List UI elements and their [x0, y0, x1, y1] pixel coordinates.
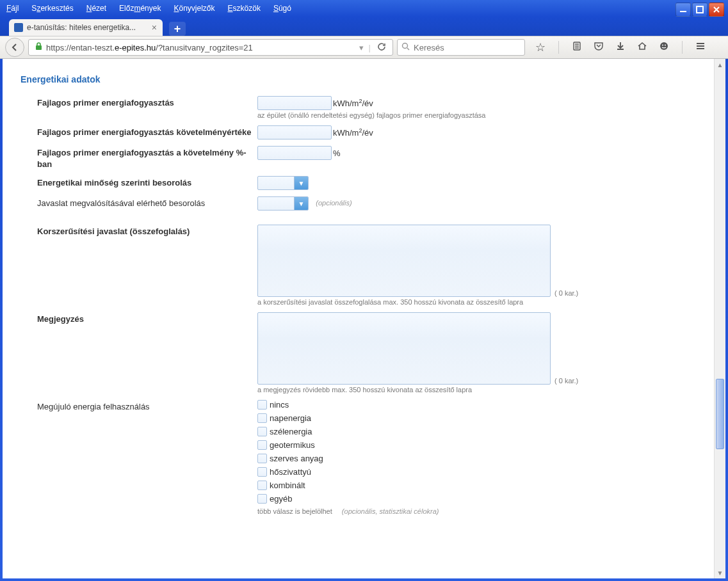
select-besorolas[interactable]: ▼ — [257, 176, 309, 190]
input-kovetelm[interactable] — [257, 125, 332, 139]
label-megujulo: Megújuló energia felhasználás — [20, 400, 257, 413]
hint-megujulo: több válasz is bejelölhet (opcionális, s… — [257, 507, 696, 515]
optional-label: (opcionális) — [316, 199, 352, 207]
hint-javaslat: a korszerűsítési javaslat összefoglalása… — [257, 298, 696, 306]
search-box[interactable] — [397, 39, 525, 56]
lock-icon — [35, 42, 42, 52]
checkbox-napenergia[interactable]: napenergia — [257, 413, 696, 423]
select-javaslat-besorolas[interactable]: ▼ — [257, 196, 309, 211]
charcount-javaslat: ( 0 kar.) — [554, 289, 578, 297]
tab-title: e-tanúsítás: hiteles energetika... — [27, 23, 136, 32]
chevron-down-icon: ▼ — [294, 177, 308, 189]
svg-rect-2 — [36, 45, 42, 50]
download-icon[interactable] — [614, 41, 627, 54]
label-javaslat: Korszerűsítési javaslat (összefoglalás) — [20, 225, 257, 237]
checkbox-geotermikus[interactable]: geotermikus — [257, 440, 696, 450]
clipboard-icon[interactable] — [570, 41, 583, 54]
nav-toolbar: https://entan-teszt.e-epites.hu/?tanusit… — [0, 36, 728, 59]
tab-strip: e-tanúsítás: hiteles energetika... × + — [0, 17, 728, 36]
svg-rect-1 — [697, 6, 703, 13]
search-icon — [401, 42, 410, 52]
bookmark-star-icon[interactable]: ☆ — [534, 40, 547, 54]
input-percent[interactable] — [257, 146, 332, 160]
scroll-up-icon[interactable]: ▲ — [715, 59, 725, 70]
checkbox-kombinalt[interactable]: kombinált — [257, 481, 696, 490]
home-icon[interactable] — [636, 41, 649, 54]
url-bar[interactable]: https://entan-teszt.e-epites.hu/?tanusit… — [28, 39, 393, 56]
menu-view[interactable]: Nézet — [86, 4, 106, 13]
label-percent: Fajlagos primer energiafogyasztás a köve… — [20, 146, 257, 170]
svg-point-6 — [662, 44, 663, 45]
checkbox-nincs[interactable]: nincs — [257, 400, 696, 410]
hamburger-menu-icon[interactable] — [694, 41, 707, 54]
label-megjegyzes: Megjegyzés — [20, 312, 257, 325]
browser-tab[interactable]: e-tanúsítás: hiteles energetika... × — [9, 19, 163, 36]
svg-point-5 — [660, 42, 668, 50]
svg-rect-0 — [680, 11, 686, 12]
favicon-icon — [14, 23, 23, 32]
search-input[interactable] — [414, 43, 521, 52]
close-button[interactable] — [709, 3, 724, 17]
svg-point-7 — [665, 44, 666, 45]
chevron-down-icon: ▼ — [294, 197, 308, 210]
textarea-javaslat[interactable] — [257, 225, 551, 297]
menu-history[interactable]: Előzmények — [119, 4, 161, 13]
menu-help[interactable]: Súgó — [273, 4, 291, 13]
unit-kovetelm: kWh/m2/év — [333, 128, 373, 138]
textarea-megjegyzes[interactable] — [257, 312, 551, 385]
checkbox-egyeb[interactable]: egyéb — [257, 494, 696, 504]
label-besorolas: Energetikai minőség szerinti besorolás — [20, 176, 257, 189]
checkbox-szerves-anyag[interactable]: szerves anyag — [257, 454, 696, 463]
hint-primer: az épület (önálló rendeltetési egység) f… — [257, 111, 696, 119]
unit-percent: % — [333, 148, 341, 158]
label-primer: Fajlagos primer energiafogyasztás — [20, 96, 257, 109]
checkbox-hoszivattyu[interactable]: hőszivattyú — [257, 467, 696, 477]
label-javaslat-besorolas: Javaslat megvalósításával elérhető besor… — [20, 196, 257, 209]
checkbox-szelenergia[interactable]: szélenergia — [257, 427, 696, 436]
input-primer[interactable] — [257, 96, 332, 110]
unit-primer: kWh/m2/év — [333, 99, 373, 108]
page-content: Energetikai adatok Fajlagos primer energ… — [3, 59, 714, 578]
tab-close-icon[interactable]: × — [150, 22, 159, 33]
menu-edit[interactable]: Szerkesztés — [31, 4, 73, 13]
menu-file[interactable]: Fájl — [6, 4, 19, 13]
minimize-button[interactable] — [675, 3, 691, 17]
menu-bar: Fájl Szerkesztés Nézet Előzmények Könyvj… — [0, 0, 728, 17]
svg-point-3 — [403, 44, 408, 49]
charcount-megjegyzes: ( 0 kar.) — [554, 377, 578, 385]
section-title: Energetikai adatok — [20, 74, 696, 84]
hint-megjegyzes: a megjegyzés rövidebb max. 350 hosszú ki… — [257, 386, 696, 394]
menu-tools[interactable]: Eszközök — [228, 4, 261, 13]
pocket-icon[interactable] — [592, 41, 605, 54]
menu-bookmarks[interactable]: Könyvjelzők — [174, 4, 214, 13]
vertical-scrollbar[interactable]: ▲ ▼ — [714, 59, 725, 578]
maximize-button[interactable] — [692, 3, 708, 17]
label-kovetelm: Fajlagos primer energiafogyasztás követe… — [20, 125, 257, 138]
new-tab-button[interactable]: + — [169, 22, 186, 36]
scroll-down-icon[interactable]: ▼ — [715, 567, 725, 578]
back-button[interactable] — [5, 38, 24, 57]
url-text: https://entan-teszt.e-epites.hu/?tanusit… — [46, 43, 357, 52]
url-dropdown-icon[interactable]: ▾ — [357, 43, 366, 52]
smiley-icon[interactable] — [658, 41, 670, 54]
reload-button[interactable] — [373, 42, 390, 53]
scroll-thumb[interactable] — [716, 379, 724, 449]
